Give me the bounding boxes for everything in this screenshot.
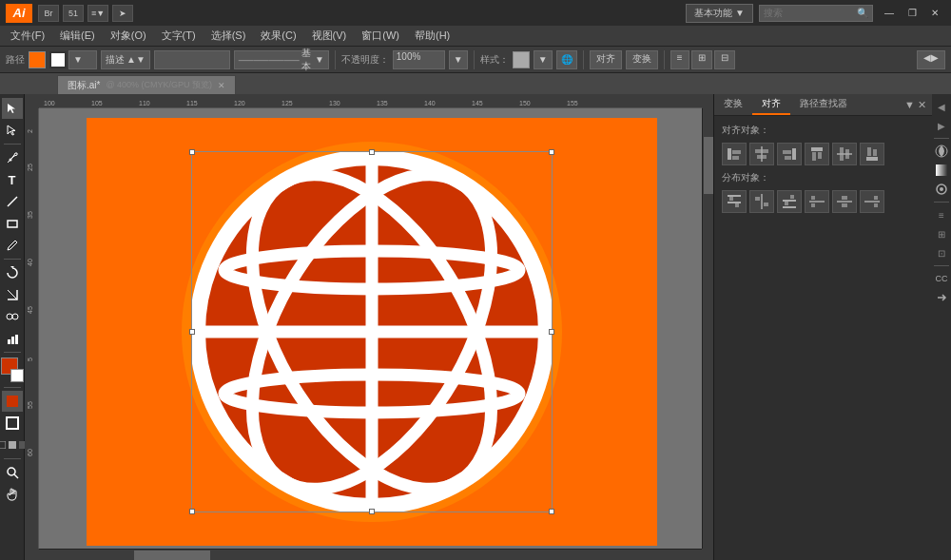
scrollbar-horizontal[interactable] bbox=[39, 549, 702, 560]
menu-file[interactable]: 文件(F) bbox=[4, 27, 51, 45]
tool-full-screen[interactable] bbox=[8, 434, 17, 455]
opacity-label: 不透明度： bbox=[341, 53, 389, 67]
tool-column-graph[interactable] bbox=[2, 328, 23, 349]
align-center-h-btn[interactable] bbox=[749, 143, 774, 165]
transform-btn[interactable]: 变换 bbox=[626, 50, 658, 69]
tool-pen[interactable] bbox=[2, 147, 23, 168]
title-icon-arrow[interactable]: ➤ bbox=[112, 5, 133, 22]
scrollbar-vertical[interactable] bbox=[702, 108, 713, 549]
globe-icon-btn[interactable]: 🌐 bbox=[556, 50, 577, 69]
tool-blend[interactable] bbox=[2, 306, 23, 327]
ri-appear-btn[interactable] bbox=[933, 181, 950, 198]
align-left-btn[interactable] bbox=[722, 143, 747, 165]
ri-btn-1[interactable]: ◀ bbox=[933, 98, 950, 115]
distribute-obj-label: 分布对象： bbox=[722, 171, 924, 184]
align-btn[interactable]: 对齐 bbox=[590, 50, 622, 69]
workspace-button[interactable]: 基本功能 ▼ bbox=[686, 4, 753, 23]
tool-zoom[interactable] bbox=[2, 462, 23, 483]
opacity-input[interactable]: 100% bbox=[393, 50, 445, 69]
close-button[interactable]: ✕ bbox=[924, 5, 945, 22]
doc-tab-close[interactable]: ✕ bbox=[218, 81, 225, 90]
align-bottom-btn[interactable] bbox=[860, 143, 884, 165]
fill-swatch[interactable] bbox=[29, 51, 46, 68]
menu-window[interactable]: 窗口(W) bbox=[355, 27, 406, 45]
tool-rect[interactable] bbox=[2, 213, 23, 234]
canvas-scroll-area[interactable] bbox=[39, 108, 702, 549]
tool-fill-color[interactable] bbox=[2, 391, 23, 412]
menu-view[interactable]: 视图(V) bbox=[305, 27, 354, 45]
align-top-btn[interactable] bbox=[805, 143, 829, 165]
title-icon-arrange[interactable]: ≡▼ bbox=[87, 5, 108, 22]
ri-cc-btn[interactable]: CC bbox=[933, 270, 950, 287]
ri-share-btn[interactable] bbox=[933, 289, 950, 306]
ri-nav-btn-1[interactable]: ≡ bbox=[933, 206, 950, 223]
tool-selection[interactable] bbox=[2, 98, 23, 119]
stroke-swatch[interactable] bbox=[49, 51, 67, 68]
stroke-width-input[interactable] bbox=[154, 50, 230, 69]
ri-nav-btn-3[interactable]: ⊡ bbox=[933, 244, 950, 261]
tab-pathfinder[interactable]: 路径查找器 bbox=[790, 94, 857, 115]
menu-text[interactable]: 文字(T) bbox=[155, 27, 203, 45]
ri-color-btn[interactable] bbox=[933, 143, 950, 160]
extra-btn-1[interactable]: ≡ bbox=[670, 50, 689, 69]
tab-transform[interactable]: 变换 bbox=[714, 94, 752, 115]
distrib-bottom-btn[interactable] bbox=[777, 190, 802, 213]
tool-type[interactable]: T bbox=[2, 169, 23, 190]
tool-stroke-color[interactable] bbox=[2, 413, 23, 434]
distrib-left-btn[interactable] bbox=[805, 190, 829, 213]
svg-rect-50 bbox=[732, 156, 739, 160]
distrib-right-btn[interactable] bbox=[860, 190, 884, 213]
stroke-style-dropdown[interactable]: ———— 基本 ▼ bbox=[234, 50, 329, 69]
tool-brush[interactable] bbox=[2, 235, 23, 256]
tool-direct-selection[interactable] bbox=[2, 120, 23, 141]
tool-normal-screen[interactable] bbox=[0, 434, 7, 455]
tool-line[interactable] bbox=[2, 191, 23, 212]
svg-text:140: 140 bbox=[424, 100, 436, 106]
menu-select[interactable]: 选择(S) bbox=[204, 27, 253, 45]
scrollbar-thumb-v[interactable] bbox=[704, 137, 713, 194]
menu-object[interactable]: 对象(O) bbox=[104, 27, 153, 45]
ctrl-right-arrow[interactable]: ◀▶ bbox=[917, 50, 945, 69]
style-swatch[interactable] bbox=[513, 51, 530, 68]
tab-align[interactable]: 对齐 bbox=[752, 94, 790, 115]
ri-gradient-btn[interactable] bbox=[933, 162, 950, 179]
panel-collapse-btn[interactable]: ▼ ✕ bbox=[899, 96, 932, 114]
svg-rect-9 bbox=[7, 417, 18, 429]
distrib-top-btn[interactable] bbox=[722, 190, 747, 213]
artboard[interactable] bbox=[87, 118, 657, 546]
restore-button[interactable]: ❐ bbox=[902, 5, 922, 22]
distrib-center-h-btn[interactable] bbox=[832, 190, 857, 213]
background-swatch[interactable] bbox=[10, 369, 24, 382]
search-input[interactable] bbox=[764, 8, 857, 18]
ri-btn-2[interactable]: ▶ bbox=[933, 117, 950, 134]
opacity-dropdown[interactable]: ▼ bbox=[449, 50, 468, 69]
document-tab[interactable]: 图标.ai* @ 400% (CMYK/GPU 预览)✕ bbox=[57, 75, 236, 94]
extra-btn-3[interactable]: ⊟ bbox=[714, 50, 735, 69]
svg-rect-68 bbox=[729, 197, 733, 201]
title-icon-2[interactable]: 51 bbox=[63, 5, 84, 22]
menu-effect[interactable]: 效果(C) bbox=[254, 27, 302, 45]
distrib-center-v-btn[interactable] bbox=[749, 190, 774, 213]
tool-divider-1 bbox=[4, 144, 21, 145]
svg-text:115: 115 bbox=[186, 100, 198, 106]
svg-rect-72 bbox=[764, 203, 768, 206]
menu-help[interactable]: 帮助(H) bbox=[408, 27, 456, 45]
ruler-corner bbox=[25, 94, 39, 108]
draw-mode-dropdown[interactable]: 描述 ▲▼ bbox=[101, 50, 150, 69]
align-right-btn[interactable] bbox=[777, 143, 802, 165]
extra-btn-2[interactable]: ⊞ bbox=[691, 50, 712, 69]
ri-nav-btn-2[interactable]: ⊞ bbox=[933, 225, 950, 242]
tool-hand[interactable] bbox=[2, 484, 23, 505]
menu-edit[interactable]: 编辑(E) bbox=[53, 27, 102, 45]
search-box[interactable]: 🔍 bbox=[759, 5, 873, 22]
title-icon-1[interactable]: Br bbox=[38, 5, 59, 22]
minimize-button[interactable]: — bbox=[879, 5, 900, 22]
align-center-v-btn[interactable] bbox=[832, 143, 857, 165]
title-bar: Ai Br 51 ≡▼ ➤ 基本功能 ▼ 🔍 — ❐ ✕ bbox=[0, 0, 951, 26]
tool-scale[interactable] bbox=[2, 284, 23, 305]
svg-text:2: 2 bbox=[27, 129, 33, 133]
scrollbar-thumb-h[interactable] bbox=[134, 550, 210, 560]
stroke-type-dropdown[interactable]: ▼ bbox=[68, 50, 97, 69]
tool-rotate[interactable] bbox=[2, 262, 23, 283]
style-dropdown[interactable]: ▼ bbox=[534, 50, 553, 69]
